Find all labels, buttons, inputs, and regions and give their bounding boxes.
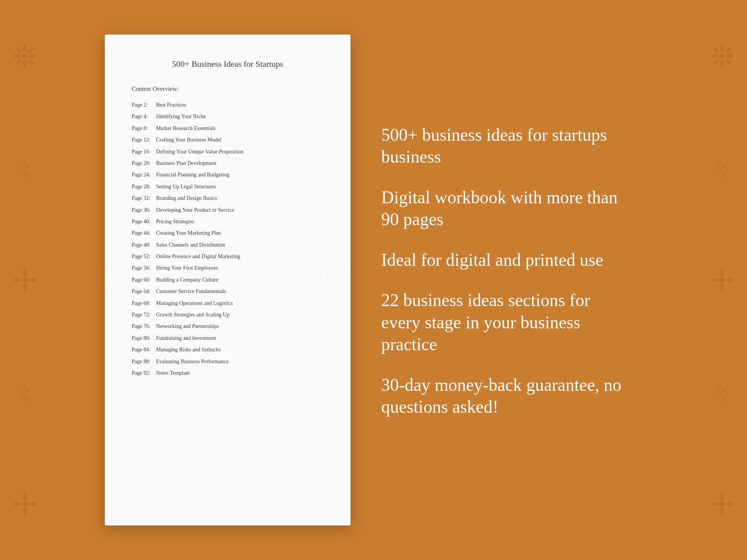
toc-title: Branding and Design Basics [155, 195, 217, 201]
toc-title: Creating Your Marketing Plan [155, 230, 221, 236]
feature-text-3: Ideal for digital and printed use [381, 249, 627, 271]
svg-point-65 [726, 278, 734, 282]
toc-item: Page 40: Pricing Strategies [132, 216, 324, 227]
svg-point-18 [22, 277, 28, 283]
table-of-contents: Page 2: Best PracticesPage 4: Identifyin… [132, 99, 324, 379]
toc-title: Financial Planning and Budgeting [155, 172, 229, 178]
toc-item: Page 36: Developing Your Product or Serv… [132, 204, 324, 216]
toc-title: Developing Your Product or Service [155, 207, 234, 213]
svg-point-6 [15, 58, 23, 66]
svg-point-21 [25, 389, 30, 393]
toc-title: Managing Risks and Setbacks [155, 347, 221, 352]
toc-item: Page 76: Networking and Partnerships [132, 321, 324, 332]
toc-title: Online Presence and Digital Marketing [155, 254, 240, 259]
toc-page-number: Page 76: [132, 322, 155, 331]
svg-point-0 [23, 44, 27, 52]
toc-title: Customer Service Fundamentals [155, 288, 226, 294]
svg-point-20 [20, 384, 25, 388]
toc-page-number: Page 80: [132, 334, 155, 343]
svg-point-38 [116, 267, 128, 293]
svg-point-56 [719, 53, 725, 59]
toc-page-number: Page 44: [132, 229, 155, 237]
toc-item: Page 16: Defining Your Unique Value Prop… [132, 146, 324, 158]
feature-text-1: 500+ business ideas for startups busines… [381, 124, 627, 168]
toc-page-number: Page 24: [132, 171, 155, 179]
toc-item: Page 48: Sales Channels and Distribution [132, 239, 324, 251]
toc-item: Page 44: Creating Your Marketing Plan [132, 227, 324, 239]
svg-point-68 [717, 384, 722, 388]
svg-point-23 [25, 397, 30, 401]
svg-point-58 [717, 160, 722, 164]
toc-item: Page 80: Fundraising and Investment [132, 333, 324, 344]
feature-item-3: Ideal for digital and printed use [381, 249, 627, 271]
toc-title: Managing Operations and Logistics [155, 300, 233, 306]
svg-point-10 [20, 160, 25, 164]
toc-page-number: Page 2: [132, 101, 155, 109]
feature-item-4: 22 business ideas sections for every sta… [381, 289, 627, 356]
features-panel: 500+ business ideas for startups busines… [374, 109, 642, 452]
toc-page-number: Page 8: [132, 124, 155, 133]
toc-page-number: Page 36: [132, 206, 155, 214]
svg-point-41 [327, 267, 339, 293]
svg-point-37 [109, 274, 136, 286]
toc-item: Page 8: Market Research Essentials [132, 123, 324, 134]
svg-point-7 [26, 58, 35, 66]
feature-item-2: Digital workbook with more than 90 pages [381, 186, 627, 231]
doc-watermark-top [170, 38, 285, 84]
svg-point-50 [711, 54, 718, 58]
svg-point-17 [29, 278, 36, 282]
svg-point-70 [717, 393, 722, 397]
svg-point-53 [724, 46, 732, 54]
svg-point-54 [712, 58, 720, 66]
svg-point-28 [22, 501, 28, 507]
svg-point-69 [722, 389, 727, 393]
doc-watermark-side-right [318, 242, 349, 318]
svg-point-27 [29, 502, 36, 506]
svg-point-71 [722, 397, 727, 401]
floral-right-decoration [693, 0, 747, 560]
toc-title: Sales Channels and Distribution [155, 242, 225, 248]
toc-title: Hiring Your First Employees [155, 265, 218, 271]
svg-point-25 [23, 508, 27, 516]
svg-point-61 [722, 173, 727, 177]
svg-point-40 [320, 274, 347, 286]
svg-point-1 [23, 60, 27, 68]
svg-point-4 [15, 46, 23, 54]
toc-title: Crafting Your Business Model [155, 137, 221, 143]
svg-point-48 [720, 44, 724, 52]
toc-item: Page 32: Branding and Design Basics [132, 193, 324, 204]
svg-point-12 [20, 169, 25, 173]
svg-point-74 [711, 502, 718, 506]
svg-point-51 [726, 54, 734, 58]
svg-point-3 [29, 54, 36, 58]
toc-title: Identifying Your Niche [155, 114, 206, 119]
toc-item: Page 4: Identifying Your Niche [132, 111, 324, 122]
document-preview: 500+ Business Ideas for Startups Content… [105, 35, 350, 525]
toc-item: Page 56: Hiring Your First Employees [132, 262, 324, 274]
toc-page-number: Page 20: [132, 159, 155, 168]
toc-page-number: Page 12: [132, 136, 155, 144]
toc-page-number: Page 88: [132, 357, 155, 366]
main-content: 500+ Business Ideas for Startups Content… [54, 0, 693, 560]
svg-point-66 [719, 277, 725, 283]
svg-point-63 [720, 284, 724, 292]
svg-point-13 [25, 173, 30, 177]
svg-point-11 [25, 165, 30, 169]
toc-page-number: Page 28: [132, 183, 155, 191]
feature-item-5: 30-day money-back guarantee, no question… [381, 374, 627, 418]
toc-title: Business Plan Development [155, 160, 216, 166]
toc-title: Growth Strategies and Scaling Up [155, 312, 230, 318]
svg-point-64 [711, 278, 718, 282]
doc-watermark-side-left [107, 242, 137, 318]
doc-watermark-bottom [170, 476, 285, 522]
toc-item: Page 84: Managing Risks and Setbacks [132, 344, 324, 356]
toc-item: Page 64: Customer Service Fundamentals [132, 286, 324, 297]
toc-title: Market Research Essentials [155, 125, 215, 131]
svg-point-24 [23, 492, 27, 500]
svg-point-52 [712, 46, 720, 54]
toc-item: Page 92: Notes Template [132, 367, 324, 379]
toc-title: Building a Company Culture [155, 277, 218, 283]
toc-item: Page 88: Evaluating Business Performance [132, 356, 324, 367]
svg-point-76 [719, 501, 725, 507]
svg-point-22 [20, 393, 25, 397]
